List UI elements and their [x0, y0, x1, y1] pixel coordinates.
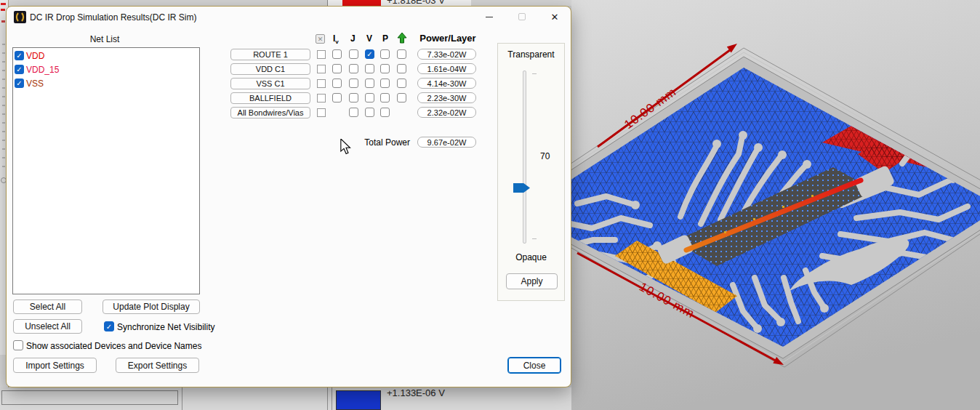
j-checkbox[interactable]	[349, 49, 358, 59]
export-settings-button[interactable]: Export Settings	[116, 358, 199, 373]
dc-ir-results-dialog: DC IR Drop Simulation Results(DC IR Sim)…	[6, 6, 571, 387]
iv-checkbox[interactable]	[332, 93, 342, 102]
pcb-3d-viewport[interactable]: 10.00 mm 10.00 mm	[571, 0, 980, 410]
j-checkbox[interactable]	[349, 93, 358, 102]
v-checkbox[interactable]	[365, 64, 374, 73]
transparent-label: Transparent	[498, 49, 564, 60]
select-all-button[interactable]: Select All	[13, 300, 82, 314]
iv-checkbox[interactable]	[332, 64, 342, 73]
opaque-label: Opaque	[498, 252, 564, 262]
j-checkbox[interactable]	[349, 64, 358, 73]
iv-checkbox[interactable]	[332, 79, 342, 88]
title-bar[interactable]: DC IR Drop Simulation Results(DC IR Sim)…	[7, 7, 571, 28]
column-header-v: V	[366, 33, 372, 44]
master-checkbox[interactable]	[317, 65, 326, 73]
up-arrow-icon	[397, 33, 407, 44]
layer-row-vdd-c1: VDD C1 1.61e-04W	[7, 63, 571, 75]
master-checkbox[interactable]	[317, 50, 326, 59]
transparency-slider-thumb[interactable]	[513, 183, 530, 193]
app-icon	[14, 11, 26, 23]
background-strip-bottom: +1.133E-06 V	[0, 387, 571, 410]
background-strip-top	[9, 0, 571, 6]
transparency-slider-track[interactable]	[523, 71, 526, 244]
screen: +1.818E-03 V +1.133E-06 V	[0, 0, 980, 410]
p-checkbox[interactable]	[380, 64, 390, 73]
divider-line	[327, 387, 328, 410]
p-checkbox[interactable]	[380, 79, 390, 88]
power-value: 4.14e-30W	[417, 78, 476, 89]
divider-line	[182, 387, 182, 410]
master-checkbox[interactable]	[317, 94, 326, 102]
power-value: 2.23e-30W	[417, 92, 476, 103]
legend-max-value: +1.818E-03 V	[387, 0, 445, 6]
arrow-checkbox[interactable]	[397, 93, 406, 102]
divider-line	[332, 387, 332, 410]
arrow-checkbox[interactable]	[397, 49, 406, 59]
master-checkbox[interactable]	[317, 108, 326, 117]
layer-row-ballfield: BALLFIELD 2.23e-30W	[7, 92, 571, 104]
legend-min-value: +1.133E-06 V	[387, 387, 445, 398]
power-value: 2.32e-02W	[417, 107, 476, 118]
minimize-button[interactable]	[477, 8, 502, 25]
layer-button[interactable]: All Bondwires/Vias	[230, 107, 310, 118]
slider-tick	[532, 73, 537, 74]
legend-color-swatch-min	[336, 390, 381, 410]
v-checkbox[interactable]	[365, 108, 374, 117]
column-header-iv: Iv	[333, 33, 339, 44]
arrow-checkbox[interactable]	[397, 64, 406, 73]
update-plot-display-button[interactable]: Update Plot Display	[103, 300, 200, 314]
legend-color-swatch-max	[342, 0, 381, 6]
show-devices-checkbox[interactable]	[13, 340, 23, 350]
j-checkbox[interactable]	[349, 79, 358, 88]
master-column-icon	[316, 34, 325, 44]
arrow-checkbox[interactable]	[397, 79, 406, 88]
show-devices-label: Show associated Devices and Device Names	[26, 341, 201, 351]
close-window-button[interactable]: ✕	[542, 8, 567, 25]
column-header-p: P	[382, 33, 388, 44]
synchronize-net-visibility-label: Synchronize Net Visibility	[117, 322, 215, 332]
p-checkbox[interactable]	[380, 108, 390, 117]
maximize-icon	[518, 13, 526, 20]
iv-checkbox[interactable]	[332, 49, 342, 59]
p-checkbox[interactable]	[380, 49, 390, 59]
layer-row-vss-c1: VSS C1 4.14e-30W	[7, 78, 571, 89]
v-checkbox[interactable]	[365, 93, 374, 102]
column-header-j: J	[350, 33, 356, 44]
total-power-value: 9.67e-02W	[417, 137, 476, 148]
p-checkbox[interactable]	[380, 93, 390, 102]
j-checkbox[interactable]	[349, 108, 358, 117]
close-button[interactable]: Close	[507, 357, 561, 374]
power-value: 7.33e-02W	[417, 49, 476, 60]
background-panel-outline	[1, 390, 178, 405]
apply-button[interactable]: Apply	[506, 273, 558, 289]
net-list-label: Net List	[79, 34, 130, 44]
mouse-cursor	[339, 139, 353, 155]
layer-button[interactable]: ROUTE 1	[230, 49, 310, 60]
voltage-legend-top: +1.818E-03 V	[327, 0, 471, 6]
v-checkbox[interactable]	[365, 79, 374, 88]
layer-button[interactable]: VDD C1	[230, 63, 310, 75]
layer-button[interactable]: BALLFIELD	[230, 92, 310, 104]
v-checkbox-checked[interactable]	[365, 49, 374, 59]
synchronize-net-visibility-checkbox[interactable]	[104, 321, 114, 331]
transparency-panel: Transparent 70 Opaque Apply	[497, 43, 565, 301]
layer-row-bondwires: All Bondwires/Vias 2.32e-02W	[7, 107, 571, 118]
power-layer-header: Power/Layer	[407, 33, 489, 44]
minimize-icon	[486, 17, 493, 17]
layer-button[interactable]: VSS C1	[230, 78, 310, 89]
window-title: DC IR Drop Simulation Results(DC IR Sim)	[30, 12, 196, 23]
slider-tick	[532, 238, 537, 239]
maximize-button[interactable]	[510, 8, 534, 25]
layer-row-route1: ROUTE 1 7.33e-02W	[7, 49, 571, 60]
master-checkbox[interactable]	[317, 79, 326, 88]
total-power-row: Total Power 9.67e-02W	[7, 137, 571, 148]
import-settings-button[interactable]: Import Settings	[13, 358, 97, 373]
transparency-value: 70	[540, 151, 550, 161]
unselect-all-button[interactable]: Unselect All	[13, 319, 82, 334]
power-value: 1.61e-04W	[417, 63, 476, 74]
